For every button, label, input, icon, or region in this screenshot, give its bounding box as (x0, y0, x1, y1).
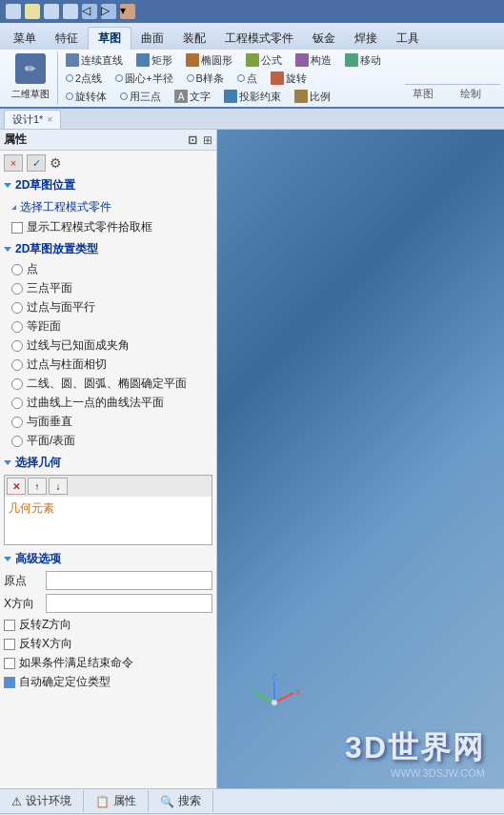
ribbon-ellipse[interactable]: 椭圆形 (182, 52, 236, 69)
geo-delete-btn[interactable]: ✕ (7, 478, 26, 495)
radio-curve-normal[interactable] (11, 397, 23, 409)
tab-assembly[interactable]: 装配 (173, 28, 215, 50)
ribbon-revolve[interactable]: 旋转体 (62, 89, 111, 105)
arrow-select-part (11, 205, 16, 210)
panel-title: 属性 (4, 132, 27, 148)
ribbon-text[interactable]: A 文字 (171, 89, 214, 105)
ellipse-icon (186, 53, 199, 67)
ribbon-move[interactable]: 移动 (341, 52, 385, 69)
new-icon[interactable] (63, 4, 78, 19)
settings-btn[interactable]: ⚙ (50, 155, 62, 171)
props-toolbar: × ✓ ⚙ (4, 154, 212, 172)
radio-thru-parallel[interactable] (11, 302, 23, 314)
origin-input[interactable] (46, 571, 212, 590)
section-geometry: 选择几何 (4, 455, 212, 471)
construct-icon (295, 53, 309, 67)
radio-surface[interactable] (11, 436, 23, 447)
radio-2line[interactable] (11, 378, 23, 390)
ribbon-bspline[interactable]: B样条 (183, 71, 228, 87)
ribbon-point[interactable]: 点 (233, 71, 261, 87)
main-canvas: X Y Z 3D世界网 WWW.3DSJW.COM (217, 130, 504, 788)
opt-plane-surface[interactable]: 平面/表面 (11, 433, 212, 449)
opt-point[interactable]: 点 (11, 261, 212, 277)
opt-perp-face[interactable]: 与面垂直 (11, 414, 212, 430)
bottom-tab-design[interactable]: ⚠ 设计环境 (0, 790, 84, 812)
tab-weld[interactable]: 焊接 (345, 28, 387, 50)
radio-angle[interactable] (11, 340, 23, 352)
bottom-tab-search[interactable]: 🔍 搜索 (149, 790, 213, 812)
undo-icon[interactable]: ◁ (82, 4, 97, 19)
cb-reverse-x[interactable]: 反转X方向 (4, 636, 212, 652)
ribbon-circle[interactable]: 圆心+半径 (111, 71, 176, 87)
tab-menu[interactable]: 菜单 (4, 28, 46, 50)
reverse-z-checkbox[interactable] (4, 620, 15, 631)
revolve-icon (66, 92, 73, 100)
menu-icon[interactable] (6, 4, 21, 19)
sketch-label: 二维草图 (11, 88, 50, 101)
radio-tangent[interactable] (11, 359, 23, 371)
ribbon-construct[interactable]: 构造 (292, 52, 335, 69)
opt-curve-normal[interactable]: 过曲线上一点的曲线法平面 (11, 395, 212, 411)
extra-icon[interactable]: ▾ (120, 4, 135, 19)
radio-equidist[interactable] (11, 321, 23, 333)
properties-area: × ✓ ⚙ 2D草图位置 选择工程模式零件 显示工程模式零件拾取框 (0, 151, 216, 788)
radio-3pt[interactable] (11, 283, 23, 295)
ribbon-continuous-line[interactable]: 连续直线 (62, 52, 127, 69)
2d-sketch-button[interactable]: ✏ 二维草图 (4, 51, 58, 105)
tab-drawing[interactable]: 工程模式零件 (215, 28, 303, 50)
checkbox-show-picker[interactable]: 显示工程模式零件拾取框 (11, 219, 212, 235)
ribbon-scale[interactable]: 比例 (291, 89, 334, 105)
tab-sketch[interactable]: 草图 (88, 27, 131, 50)
quick-access-toolbar: ◁ ▷ ▾ (0, 0, 504, 23)
xdir-field-row: X方向 (4, 594, 212, 613)
ribbon-2point-line[interactable]: 2点线 (62, 71, 106, 87)
tab-feature[interactable]: 特征 (46, 28, 88, 50)
opt-angle-plane[interactable]: 过线与已知面成夹角 (11, 337, 212, 354)
confirm-btn[interactable]: ✓ (27, 154, 46, 172)
open-icon[interactable] (44, 4, 59, 19)
radio-perp[interactable] (11, 417, 23, 428)
svg-point-6 (272, 700, 277, 705)
line-icon (66, 53, 79, 67)
ribbon-3point[interactable]: 用三点 (116, 89, 165, 105)
sketch-icon: ✏ (15, 53, 46, 84)
opt-tangent-cylinder[interactable]: 过点与柱面相切 (11, 357, 212, 373)
opt-3pt-plane[interactable]: 三点平面 (11, 280, 212, 296)
panel-unpin-icon[interactable]: ⊡ (188, 133, 197, 147)
cb-end-command[interactable]: 如果条件满足结束命令 (4, 655, 212, 671)
cb-auto-locate[interactable]: 自动确定定位类型 (4, 674, 212, 690)
ribbon-formula[interactable]: 公式 (242, 52, 286, 69)
ribbon-rotate[interactable]: 旋转 (267, 71, 311, 87)
doc-tab-design1[interactable]: 设计1* × (4, 110, 61, 129)
show-picker-checkbox[interactable] (11, 222, 23, 234)
content-area: 属性 ⊡ ⊞ × ✓ ⚙ 2D草图位置 选择工程模式零件 (0, 130, 504, 788)
doc-tab-close[interactable]: × (47, 114, 52, 125)
redo-icon[interactable]: ▷ (101, 4, 116, 19)
rotate-icon (271, 71, 284, 85)
geo-up-btn[interactable]: ↑ (28, 478, 47, 495)
ribbon-proj-constraint[interactable]: 投影约束 (220, 89, 285, 105)
radio-point[interactable] (11, 264, 23, 275)
end-cmd-checkbox[interactable] (4, 658, 15, 669)
tab-sheetmetal[interactable]: 钣金 (303, 28, 345, 50)
ribbon-rect[interactable]: 矩形 (132, 52, 176, 69)
tab-tools[interactable]: 工具 (387, 28, 429, 50)
reverse-x-checkbox[interactable] (4, 639, 15, 650)
rect-icon (136, 53, 150, 67)
opt-2line-circle[interactable]: 二线、圆、圆弧、椭圆确定平面 (11, 376, 212, 392)
panel-float-icon[interactable]: ⊞ (203, 133, 212, 147)
tab-surface[interactable]: 曲面 (131, 28, 173, 50)
auto-locate-checkbox[interactable] (4, 677, 15, 688)
origin-label: 原点 (4, 573, 42, 589)
point-icon (237, 74, 245, 82)
cb-reverse-z[interactable]: 反转Z方向 (4, 617, 212, 633)
opt-equidist[interactable]: 等距面 (11, 318, 212, 335)
save-icon[interactable] (25, 4, 40, 19)
geo-down-btn[interactable]: ↓ (49, 478, 68, 495)
bottom-tab-props[interactable]: 📋 属性 (84, 790, 149, 812)
cancel-btn[interactable]: × (4, 154, 23, 172)
opt-thru-parallel[interactable]: 过点与面平行 (11, 299, 212, 316)
xdir-input[interactable] (46, 594, 212, 613)
svg-text:X: X (295, 687, 301, 697)
geo-element-label: 几何元素 (9, 501, 54, 515)
